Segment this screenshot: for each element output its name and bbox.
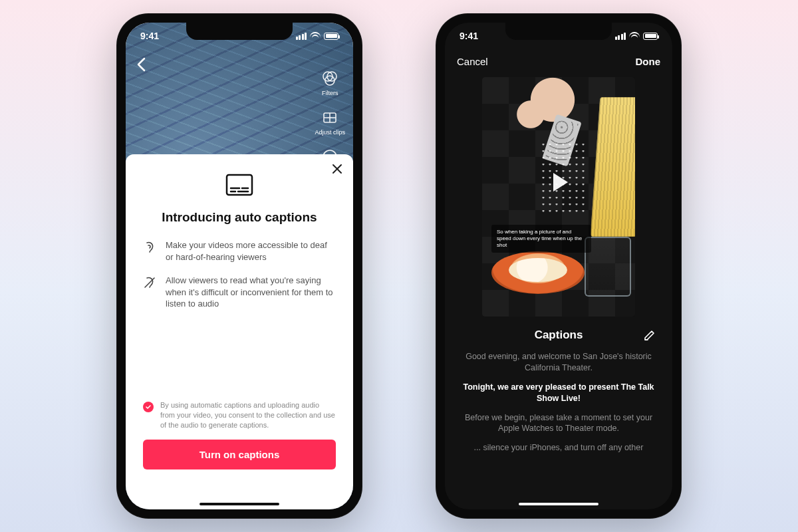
screen-left: 9:41 Filters — [126, 23, 353, 509]
notch — [186, 23, 293, 40]
status-time: 9:41 — [460, 31, 478, 41]
consent-row: By using automatic captions and uploadin… — [143, 400, 336, 430]
caption-line[interactable]: Before we begin, please take a moment to… — [460, 412, 658, 435]
status-icons — [296, 32, 339, 40]
ear-icon — [143, 241, 156, 254]
filters-label: Filters — [322, 90, 338, 96]
consent-text: By using automatic captions and uploadin… — [160, 400, 336, 430]
stage: 9:41 Filters — [0, 0, 798, 532]
bullet-mute: Allow viewers to read what you're saying… — [143, 275, 336, 310]
signal-icon — [296, 33, 307, 40]
caption-line[interactable]: Good evening, and welcome to San Jose's … — [460, 351, 658, 374]
preview-prop-plate — [491, 251, 585, 294]
screen-right: 9:41 Cancel Done — [445, 23, 672, 509]
preview-prop-jar — [585, 237, 631, 297]
captions-panel: Captions Good evening, and welcome to Sa… — [445, 317, 672, 454]
status-icons — [615, 32, 658, 40]
editor-side-tools: Filters Adjust clips — [315, 69, 345, 166]
caption-overlay: So when taking a picture of and speed do… — [491, 225, 591, 253]
pencil-icon — [643, 329, 656, 342]
more-icon — [321, 148, 339, 166]
battery-icon — [643, 33, 658, 40]
battery-icon — [324, 33, 338, 40]
phone-right: 9:41 Cancel Done — [436, 13, 682, 519]
turn-on-captions-button[interactable]: Turn on captions — [143, 440, 336, 469]
play-icon[interactable] — [544, 168, 573, 197]
ear-off-icon — [143, 276, 156, 289]
bullet-accessibility-text: Make your videos more accessible to deaf… — [166, 239, 336, 263]
svg-point-9 — [332, 156, 334, 158]
filters-tool[interactable]: Filters — [321, 69, 339, 96]
status-time: 9:41 — [140, 31, 159, 41]
caption-line[interactable]: ... silence your iPhones, and turn off a… — [460, 442, 658, 454]
filters-icon — [321, 69, 339, 88]
bullet-accessibility: Make your videos more accessible to deaf… — [143, 239, 336, 263]
adjust-clips-icon — [321, 108, 339, 127]
adjust-clips-label: Adjust clips — [315, 129, 345, 136]
captions-heading: Captions — [460, 329, 658, 342]
caption-line-active[interactable]: Tonight, we are very pleased to present … — [460, 382, 658, 404]
video-preview[interactable]: So when taking a picture of and speed do… — [482, 77, 635, 317]
wifi-icon — [310, 32, 321, 40]
back-button[interactable] — [136, 57, 146, 72]
auto-captions-sheet: Introducing auto captions Make your vide… — [126, 154, 353, 509]
home-indicator — [200, 503, 279, 505]
sheet-title: Introducing auto captions — [143, 210, 336, 225]
caption-transcript[interactable]: Good evening, and welcome to San Jose's … — [460, 351, 658, 454]
svg-point-7 — [326, 156, 328, 158]
adjust-clips-tool[interactable]: Adjust clips — [315, 108, 345, 136]
caption-editor-navbar: Cancel Done — [445, 49, 672, 73]
feature-bullets: Make your videos more accessible to deaf… — [143, 239, 336, 310]
bullet-mute-text: Allow viewers to read what you're saying… — [166, 275, 336, 310]
notch — [505, 23, 612, 40]
signal-icon — [615, 33, 626, 40]
more-tool[interactable] — [321, 148, 339, 166]
cancel-button[interactable]: Cancel — [457, 56, 488, 67]
consent-check-icon — [143, 402, 154, 412]
done-button[interactable]: Done — [636, 56, 661, 67]
wifi-icon — [629, 32, 640, 40]
phone-left: 9:41 Filters — [116, 13, 362, 519]
svg-point-8 — [329, 156, 331, 158]
captions-hero-icon — [225, 173, 254, 200]
home-indicator — [519, 503, 598, 505]
edit-captions-button[interactable] — [643, 329, 656, 342]
